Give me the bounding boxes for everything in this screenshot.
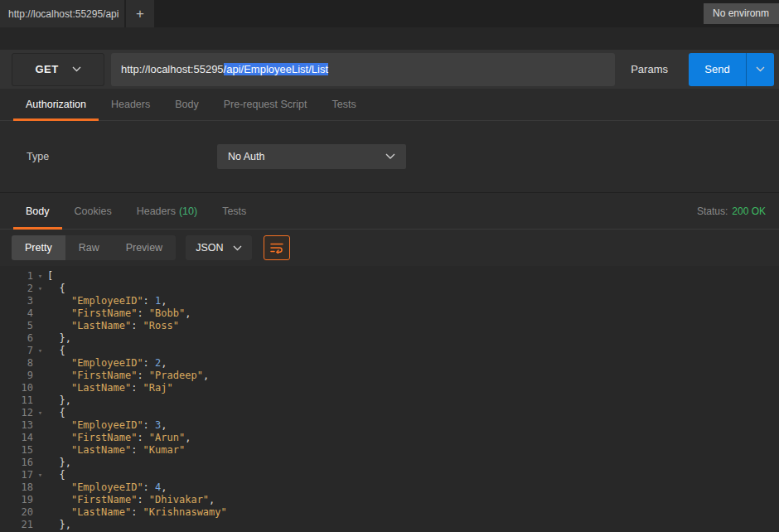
request-tab-title: http://localhost:55295/api [8, 8, 119, 20]
auth-type-value: No Auth [228, 151, 264, 162]
code-line: 17▾ { [0, 469, 779, 481]
response-tab-label: Cookies [75, 206, 112, 217]
send-button[interactable]: Send [689, 53, 746, 86]
code-line: 11 }, [0, 394, 779, 407]
code-text: }, [47, 332, 71, 345]
format-label: JSON [196, 242, 223, 254]
response-body[interactable]: 1▾[2▾ {3 "EmployeeID": 1,4 "FirstName": … [0, 266, 779, 532]
request-tab-body[interactable]: Body [162, 89, 211, 120]
line-number: 10 [0, 382, 33, 394]
params-button[interactable]: Params [615, 53, 684, 86]
response-tab-count: (10) [179, 206, 197, 217]
code-text: }, [47, 394, 71, 407]
line-number: 6 [0, 332, 33, 345]
code-text: "FirstName": "Bobb", [47, 307, 191, 320]
request-tab-headers[interactable]: Headers [99, 89, 162, 120]
response-tab-label: Tests [222, 206, 246, 217]
fold-caret-empty [33, 457, 47, 469]
code-text: "EmployeeID": 2, [47, 357, 167, 370]
request-tab-pre-request-script[interactable]: Pre-request Script [211, 89, 320, 120]
code-line: 9 "FirstName": "Pradeep", [0, 370, 779, 382]
line-number: 18 [0, 481, 33, 494]
view-mode-raw[interactable]: Raw [65, 235, 113, 260]
code-line: 21 }, [0, 519, 779, 531]
response-tab-headers[interactable]: Headers(10) [124, 193, 210, 229]
status-value: 200 OK [732, 206, 766, 217]
response-tab-body[interactable]: Body [13, 193, 62, 229]
line-number: 19 [0, 494, 33, 506]
code-line: 18 "EmployeeID": 4, [0, 481, 779, 494]
request-builder: GET http://localhost:55295/api/EmployeeL… [0, 50, 779, 89]
view-mode-pretty[interactable]: Pretty [12, 235, 65, 260]
code-line: 19 "FirstName": "Dhivakar", [0, 494, 779, 506]
postman-app: http://localhost:55295/api + No environm… [0, 0, 779, 532]
line-number: 3 [0, 295, 33, 307]
view-mode-preview[interactable]: Preview [113, 235, 176, 260]
header-spacer [0, 27, 779, 50]
code-line: 15 "LastName": "Kumar" [0, 444, 779, 457]
wrap-text-icon [269, 242, 284, 254]
format-dropdown[interactable]: JSON [186, 235, 252, 260]
fold-caret-icon[interactable]: ▾ [33, 270, 47, 283]
auth-type-dropdown[interactable]: No Auth [217, 144, 406, 169]
line-number: 5 [0, 320, 33, 332]
request-tab-authorization[interactable]: Authorization [13, 89, 99, 120]
auth-type-label: Type [27, 151, 217, 162]
response-tab-cookies[interactable]: Cookies [62, 193, 124, 229]
response-tab-tests[interactable]: Tests [210, 193, 259, 229]
method-dropdown[interactable]: GET [12, 53, 104, 86]
line-number: 7 [0, 345, 33, 357]
line-number: 12 [0, 407, 33, 419]
fold-caret-empty [33, 357, 47, 370]
line-number: 15 [0, 444, 33, 457]
code-text: { [47, 407, 65, 419]
response-tab-label: Headers [137, 206, 176, 217]
url-selected-text: /api/EmployeeList/List [224, 63, 328, 75]
line-number: 14 [0, 432, 33, 444]
code-line: 1▾[ [0, 270, 779, 283]
code-line: 4 "FirstName": "Bobb", [0, 307, 779, 320]
code-text: "EmployeeID": 4, [47, 481, 167, 494]
code-text: "LastName": "Ross" [47, 320, 179, 332]
fold-caret-empty [33, 320, 47, 332]
code-line: 7▾ { [0, 345, 779, 357]
new-tab-button[interactable]: + [126, 0, 154, 27]
method-label: GET [35, 63, 58, 75]
line-number: 13 [0, 419, 33, 432]
fold-caret-empty [33, 307, 47, 320]
fold-caret-empty [33, 494, 47, 506]
chevron-down-icon [385, 153, 395, 160]
send-options-button[interactable] [746, 53, 774, 86]
request-tab-tests[interactable]: Tests [319, 89, 368, 120]
code-line: 13 "EmployeeID": 3, [0, 419, 779, 432]
code-text: { [47, 469, 65, 481]
url-input[interactable]: http://localhost:55295/api/EmployeeList/… [111, 53, 615, 86]
fold-caret-icon[interactable]: ▾ [33, 469, 47, 481]
code-line: 16 }, [0, 457, 779, 469]
line-number: 4 [0, 307, 33, 320]
code-text: "FirstName": "Arun", [47, 432, 191, 444]
environment-selector[interactable]: No environm [704, 3, 779, 24]
code-text: { [47, 345, 65, 357]
url-text: http://localhost:55295 [121, 63, 224, 75]
code-line: 10 "LastName": "Raj" [0, 382, 779, 394]
fold-caret-empty [33, 370, 47, 382]
fold-caret-icon[interactable]: ▾ [33, 345, 47, 357]
line-number: 8 [0, 357, 33, 370]
request-tab-header[interactable]: http://localhost:55295/api [0, 0, 124, 27]
chevron-down-icon [72, 66, 81, 72]
fold-caret-icon[interactable]: ▾ [33, 283, 47, 295]
response-tab-label: Body [26, 206, 50, 217]
response-header: BodyCookiesHeaders(10)Tests Status: 200 … [0, 193, 779, 230]
code-line: 5 "LastName": "Ross" [0, 320, 779, 332]
fold-caret-empty [33, 419, 47, 432]
fold-caret-empty [33, 506, 47, 519]
wrap-text-button[interactable] [264, 235, 290, 260]
code-text: "EmployeeID": 1, [47, 295, 167, 307]
authorization-panel: Type No Auth [0, 121, 779, 192]
fold-caret-icon[interactable]: ▾ [33, 407, 47, 419]
fold-caret-empty [33, 332, 47, 345]
response-tabs: BodyCookiesHeaders(10)Tests [13, 193, 259, 229]
code-text: }, [47, 519, 71, 531]
code-text: [ [47, 270, 53, 283]
